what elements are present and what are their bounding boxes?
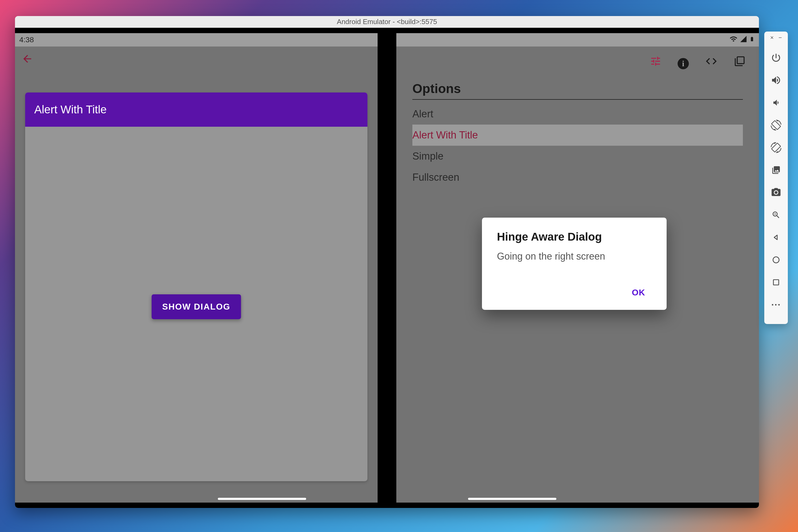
svg-point-0	[773, 257, 779, 263]
dialog-body: Going on the right screen	[497, 251, 652, 262]
back-arrow-icon[interactable]	[21, 53, 33, 67]
dialog-actions: OK	[497, 283, 652, 302]
card-title: Alert With Title	[25, 93, 367, 127]
nav-indicator-left[interactable]	[218, 498, 306, 500]
zoom-icon[interactable]	[768, 207, 783, 223]
status-icons	[729, 35, 755, 45]
options-section: Options Alert Alert With Title Simple Fu…	[412, 81, 743, 188]
emulator-side-toolbar: × − ⋯	[764, 32, 788, 324]
device-frame: 4:38 Alert With Title SHOW DIALOG	[15, 28, 759, 508]
device-screen: 4:38 Alert With Title SHOW DIALOG	[15, 33, 759, 502]
library-icon[interactable]	[734, 55, 746, 70]
emulator-window: Android Emulator - <build>:5575 4:38 Ale…	[15, 16, 759, 508]
nav-indicator-right[interactable]	[468, 498, 556, 500]
right-header: i	[396, 46, 759, 79]
code-icon[interactable]	[705, 55, 718, 70]
show-dialog-button[interactable]: SHOW DIALOG	[151, 294, 241, 319]
volume-down-icon[interactable]	[768, 95, 783, 110]
rotate-left-icon[interactable]	[768, 118, 783, 133]
status-bar-left: 4:38	[15, 33, 378, 46]
home-nav-icon[interactable]	[768, 252, 783, 267]
option-fullscreen[interactable]: Fullscreen	[412, 167, 743, 188]
battery-icon	[749, 35, 755, 45]
option-simple[interactable]: Simple	[412, 146, 743, 167]
overview-nav-icon[interactable]	[768, 275, 783, 290]
svg-rect-1	[773, 280, 779, 285]
more-icon[interactable]: ⋯	[768, 297, 783, 312]
power-icon[interactable]	[768, 50, 783, 65]
info-icon[interactable]: i	[677, 56, 689, 69]
dialog-title: Hinge Aware Dialog	[497, 230, 652, 243]
screenshot-gallery-icon[interactable]	[768, 163, 783, 177]
left-pane: 4:38 Alert With Title SHOW DIALOG	[15, 33, 378, 502]
status-bar-right	[396, 33, 759, 46]
volume-up-icon[interactable]	[768, 73, 783, 88]
hinge-aware-dialog: Hinge Aware Dialog Going on the right sc…	[482, 217, 667, 310]
camera-icon[interactable]	[768, 185, 783, 200]
wifi-icon	[729, 35, 738, 45]
right-pane: i Options Alert Alert With Title Simple …	[396, 33, 759, 502]
window-titlebar[interactable]: Android Emulator - <build>:5575	[15, 16, 759, 28]
tune-icon[interactable]	[650, 55, 661, 70]
option-alert[interactable]: Alert	[412, 103, 743, 125]
close-icon[interactable]: ×	[770, 34, 774, 41]
toolbar-window-controls: × −	[770, 34, 782, 41]
ok-button[interactable]: OK	[625, 283, 652, 302]
back-nav-icon[interactable]	[768, 230, 783, 245]
left-header	[15, 46, 378, 73]
hinge	[378, 38, 396, 497]
window-title: Android Emulator - <build>:5575	[337, 18, 437, 26]
minimize-icon[interactable]: −	[778, 34, 782, 41]
options-title: Options	[412, 81, 743, 100]
status-time: 4:38	[19, 36, 34, 44]
signal-icon	[740, 35, 747, 45]
rotate-right-icon[interactable]	[768, 140, 783, 155]
option-alert-with-title[interactable]: Alert With Title	[412, 125, 743, 146]
demo-card: Alert With Title SHOW DIALOG	[25, 93, 367, 481]
